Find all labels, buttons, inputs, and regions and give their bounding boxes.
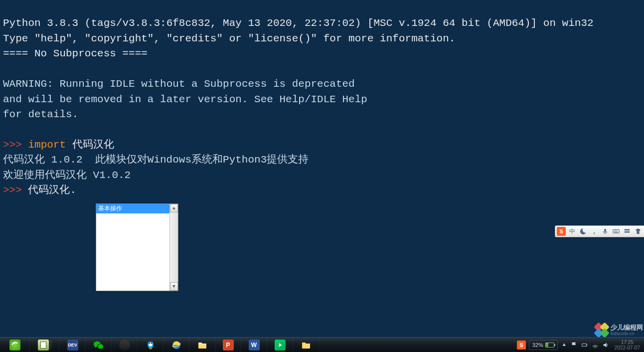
ime-language-bar[interactable]: S 中 ， bbox=[555, 225, 644, 237]
tray-sogou-icon[interactable]: S bbox=[517, 341, 526, 350]
taskbar-ie2-icon[interactable] bbox=[163, 338, 189, 352]
no-subprocess-line: ==== No Subprocess ==== bbox=[3, 48, 148, 59]
autocomplete-listbox[interactable]: 基本操作 bbox=[96, 204, 169, 291]
warning-line-3: for details. bbox=[3, 109, 78, 120]
taskbar-wechat-icon[interactable] bbox=[86, 338, 112, 352]
watermark-logo-icon bbox=[595, 323, 609, 337]
taskbar-folder2-icon[interactable] bbox=[293, 338, 319, 352]
svg-rect-4 bbox=[615, 230, 616, 231]
svg-rect-5 bbox=[617, 230, 618, 231]
autocomplete-popup[interactable]: 基本操作 ▲ ▼ bbox=[96, 203, 178, 291]
taskbar-notepadpp-icon[interactable] bbox=[30, 338, 60, 352]
svg-point-11 bbox=[149, 342, 153, 346]
module-output-1: 代码汉化 1.0.2 此模块仅对Windows系统和Python3提供支持 bbox=[3, 154, 309, 166]
ime-mode-chinese[interactable]: 中 bbox=[568, 227, 577, 236]
autocomplete-scrollbar[interactable]: ▲ ▼ bbox=[169, 204, 178, 291]
taskbar-clock[interactable]: 17:25 2022-07-07 bbox=[613, 340, 642, 351]
svg-rect-17 bbox=[587, 345, 588, 346]
tray-flag-icon[interactable] bbox=[571, 341, 578, 349]
ime-skin-icon[interactable] bbox=[634, 227, 643, 236]
svg-rect-16 bbox=[582, 344, 587, 346]
battery-percent: 32% bbox=[532, 342, 543, 348]
taskbar-media-icon[interactable] bbox=[267, 338, 293, 352]
autocomplete-item[interactable]: 基本操作 bbox=[96, 204, 169, 213]
svg-rect-0 bbox=[604, 229, 606, 232]
taskbar-word-icon[interactable]: W bbox=[241, 338, 267, 352]
module-output-2: 欢迎使用代码汉化 V1.0.2 bbox=[3, 170, 131, 181]
battery-indicator[interactable]: 32% bbox=[529, 340, 558, 350]
warning-line-1: WARNING: Running IDLE without a Subproce… bbox=[3, 78, 355, 90]
ime-punctuation-icon[interactable]: ， bbox=[590, 227, 599, 236]
svg-rect-2 bbox=[613, 230, 619, 233]
python-version-line: Python 3.8.3 (tags/v3.8.3:6f8c832, May 1… bbox=[3, 17, 594, 29]
svg-point-12 bbox=[149, 343, 150, 344]
watermark-subtitle: kidscode.cn bbox=[611, 332, 643, 336]
taskbar-powerpoint-icon[interactable]: P bbox=[215, 338, 241, 352]
taskbar-devcpp-icon[interactable]: DEV bbox=[60, 338, 86, 352]
ime-moon-icon[interactable] bbox=[579, 227, 588, 236]
tray-network-icon[interactable] bbox=[592, 341, 599, 349]
import-keyword: import bbox=[28, 139, 66, 151]
taskbar-unknown-icon[interactable] bbox=[112, 338, 138, 352]
svg-rect-6 bbox=[615, 232, 618, 232]
prompt-1: >>> bbox=[3, 139, 28, 151]
scroll-down-button[interactable]: ▼ bbox=[170, 282, 178, 291]
current-input[interactable]: 代码汉化. bbox=[28, 184, 76, 196]
taskbar-pinned-items: DEV P W bbox=[0, 338, 319, 352]
clock-date: 2022-07-07 bbox=[615, 345, 640, 351]
help-line: Type "help", "copyright", "credits" or "… bbox=[3, 33, 455, 44]
svg-rect-7 bbox=[625, 229, 630, 231]
watermark: 少儿编程网 kidscode.cn bbox=[595, 323, 643, 337]
ime-voice-icon[interactable] bbox=[601, 227, 610, 236]
battery-icon bbox=[545, 343, 554, 348]
scroll-up-button[interactable]: ▲ bbox=[170, 204, 178, 212]
taskbar-explorer-icon[interactable] bbox=[189, 338, 215, 352]
ime-settings-icon[interactable] bbox=[623, 227, 632, 236]
taskbar-ie-icon[interactable] bbox=[0, 338, 30, 352]
system-tray: S 32% ▲ 17:25 2022-07-07 bbox=[515, 338, 644, 352]
tray-overflow-button[interactable]: ▲ bbox=[561, 342, 568, 349]
watermark-title: 少儿编程网 bbox=[611, 324, 643, 331]
svg-rect-3 bbox=[614, 230, 615, 231]
tray-power-icon[interactable] bbox=[581, 341, 589, 349]
ime-softkeyboard-icon[interactable] bbox=[612, 227, 621, 236]
svg-point-13 bbox=[151, 343, 152, 344]
prompt-2: >>> bbox=[3, 184, 28, 196]
tray-volume-icon[interactable] bbox=[602, 341, 610, 349]
scroll-track[interactable] bbox=[170, 212, 178, 282]
taskbar-qq-icon[interactable] bbox=[138, 338, 163, 352]
svg-point-18 bbox=[595, 347, 596, 348]
windows-taskbar[interactable]: DEV P W S 32% ▲ 17:25 2022-07-07 bbox=[0, 337, 644, 352]
import-module-name: 代码汉化 bbox=[66, 139, 114, 151]
sogou-ime-logo-icon[interactable]: S bbox=[557, 227, 566, 236]
svg-rect-8 bbox=[625, 231, 630, 233]
warning-line-2: and will be removed in a later version. … bbox=[3, 94, 367, 105]
clock-time: 17:25 bbox=[621, 340, 634, 345]
